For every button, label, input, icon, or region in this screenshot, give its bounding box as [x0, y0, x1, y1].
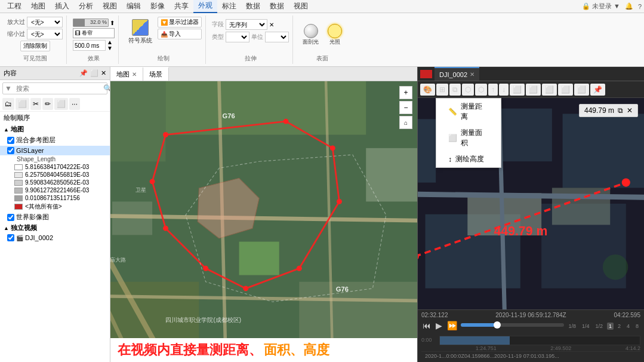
- sidebar-tool-1[interactable]: 🗂: [2, 98, 14, 110]
- layer-world-imagery[interactable]: 世界影像图: [0, 211, 110, 223]
- curtain-btn[interactable]: 🎞 卷帘: [73, 28, 115, 38]
- layer-dji[interactable]: 🎬 DJI_0002: [0, 233, 110, 243]
- menu-project[interactable]: 工程: [2, 0, 26, 13]
- close-measurement-btn[interactable]: ✕: [627, 106, 633, 115]
- ms-input[interactable]: [73, 40, 106, 51]
- lighting-btn[interactable]: 光照: [324, 22, 346, 48]
- layer-gislayer[interactable]: GISLayer: [0, 146, 110, 155]
- video-tool-nav2[interactable]: ⬡: [475, 84, 487, 96]
- import-btn[interactable]: 📥 导入: [158, 29, 202, 39]
- sidebar-tool-2[interactable]: ⬜: [16, 98, 29, 110]
- symbol-system-btn[interactable]: 符号系统: [125, 17, 156, 47]
- sidebar-pin-btn[interactable]: 📌: [79, 69, 88, 77]
- percent-slider[interactable]: 32.0 %: [73, 19, 109, 27]
- field-clear[interactable]: ✕: [269, 22, 274, 28]
- expand-map-icon: ▲: [4, 127, 9, 133]
- sidebar-tool-4[interactable]: ✏: [42, 98, 53, 110]
- sidebar-close-btn[interactable]: ✕: [101, 69, 106, 77]
- zoom-in-btn[interactable]: +: [399, 86, 412, 99]
- speed-4[interactable]: 4: [625, 323, 631, 330]
- sidebar-search[interactable]: ▼ 🔍: [2, 82, 107, 94]
- search-input[interactable]: [14, 84, 101, 93]
- ms-arrows[interactable]: ▲▼: [107, 39, 113, 51]
- search-icon[interactable]: 🔍: [101, 83, 110, 94]
- sidebar-tool-3[interactable]: ✂: [30, 98, 41, 110]
- zoom-in-select[interactable]: <无>: [27, 17, 63, 27]
- menu-labels[interactable]: 标注: [217, 0, 241, 13]
- tab-map[interactable]: 地图 ✕: [110, 67, 143, 81]
- menu-map[interactable]: 地图: [26, 0, 50, 13]
- fast-forward-btn[interactable]: ⏩: [446, 320, 458, 332]
- help-btn[interactable]: ?: [638, 3, 642, 10]
- clear-limits-btn[interactable]: 消除限制: [20, 41, 50, 51]
- video-tab-dji[interactable]: DJI_0002 ✕: [435, 67, 479, 81]
- menu-imagery[interactable]: 影像: [146, 0, 170, 13]
- video-tool-nav1[interactable]: ⬡: [462, 84, 474, 96]
- user-login[interactable]: 🔒 未登录 ▼: [582, 2, 620, 11]
- measure-height-item[interactable]: ↕ 测绘高度: [436, 151, 501, 167]
- zoom-out-btn[interactable]: −: [399, 101, 412, 114]
- menu-data2[interactable]: 数据: [265, 0, 289, 13]
- speed-2[interactable]: 2: [616, 323, 623, 330]
- video-tool-full[interactable]: ⬜: [574, 84, 589, 96]
- unit-select[interactable]: [265, 32, 289, 42]
- layer-world-imagery-check[interactable]: [7, 214, 14, 221]
- video-tool-down[interactable]: ↓: [499, 84, 509, 96]
- zoom-out-select[interactable]: <无>: [27, 29, 63, 39]
- type-select[interactable]: [226, 32, 249, 42]
- menu-data1[interactable]: 数据: [241, 0, 265, 13]
- layer-group-map[interactable]: ▲ 地图: [0, 124, 110, 134]
- layer-group-video[interactable]: ▲ 独立视频: [0, 223, 110, 233]
- layer-mixed-ref[interactable]: 混合参考图层: [0, 134, 110, 146]
- copy-icon[interactable]: ⧉: [618, 106, 623, 115]
- speed-1-8[interactable]: 1/8: [566, 323, 578, 330]
- menu-view2[interactable]: 视图: [289, 0, 313, 13]
- play-btn[interactable]: ▶: [435, 320, 443, 332]
- measure-area-item[interactable]: ⬜ 测量面积: [436, 125, 501, 151]
- video-tab-close[interactable]: ✕: [470, 71, 474, 78]
- video-tool-zoom4[interactable]: ⬜: [558, 84, 573, 96]
- speed-1-4[interactable]: 1/4: [580, 323, 591, 330]
- speed-1-2[interactable]: 1/2: [593, 323, 605, 330]
- notification-bell[interactable]: 🔔: [625, 2, 633, 10]
- progress-bar[interactable]: [461, 323, 564, 327]
- face-light-label: 面剖光: [303, 38, 319, 46]
- video-tool-grid[interactable]: ⊞: [436, 84, 448, 96]
- menu-insert[interactable]: 插入: [50, 0, 74, 13]
- video-tool-up[interactable]: ↑: [488, 84, 498, 96]
- menu-analysis[interactable]: 分析: [74, 0, 98, 13]
- menu-view[interactable]: 视图: [98, 0, 122, 13]
- layer-gislayer-check[interactable]: [7, 147, 14, 154]
- measure-distance-item[interactable]: 📏 测量距离: [436, 99, 501, 125]
- speed-1[interactable]: 1: [607, 323, 614, 330]
- sidebar-float-btn[interactable]: ⬜: [90, 69, 98, 77]
- menu-share[interactable]: 共享: [170, 0, 193, 13]
- speed-8[interactable]: 8: [634, 323, 640, 330]
- progress-container[interactable]: [461, 323, 564, 329]
- field-select[interactable]: 无序列: [226, 19, 267, 30]
- video-tool-copy[interactable]: ⧉: [449, 84, 461, 96]
- percent-arrows[interactable]: ⬆: [110, 20, 115, 26]
- svg-rect-37: [563, 114, 644, 188]
- video-tool-zoom1[interactable]: ⬜: [510, 84, 525, 96]
- menu-edit[interactable]: 编辑: [122, 0, 146, 13]
- face-light-btn[interactable]: 面剖光: [299, 22, 322, 48]
- layer-mixed-ref-check[interactable]: [7, 137, 14, 144]
- video-tool-color[interactable]: 🎨: [420, 84, 435, 96]
- tab-map-close[interactable]: ✕: [132, 71, 137, 78]
- display-filter-btn[interactable]: 🔽 显示过滤器: [158, 17, 202, 27]
- menu-appearance[interactable]: 外观: [193, 0, 217, 13]
- tab-scene[interactable]: 场景: [143, 67, 169, 81]
- current-time: 02:32.122: [421, 312, 448, 318]
- sidebar-tool-5[interactable]: ⬜: [54, 98, 68, 110]
- video-tool-zoom3[interactable]: ⬜: [542, 84, 557, 96]
- timeline[interactable]: [439, 336, 640, 345]
- layer-dji-check[interactable]: [7, 234, 14, 241]
- zoom-in-label: 放大过: [7, 18, 25, 26]
- sidebar-tool-more[interactable]: ···: [69, 98, 80, 110]
- map-view[interactable]: 稻来东路 卫星 G76 G76 蛟王庙大路 四川城市职业学院(成都校区) + −…: [110, 81, 417, 362]
- video-tool-pin[interactable]: 📌: [590, 84, 605, 96]
- home-btn[interactable]: ⌂: [399, 116, 412, 129]
- prev-btn[interactable]: ⏮: [421, 320, 432, 332]
- video-tool-zoom2[interactable]: ⬜: [526, 84, 541, 96]
